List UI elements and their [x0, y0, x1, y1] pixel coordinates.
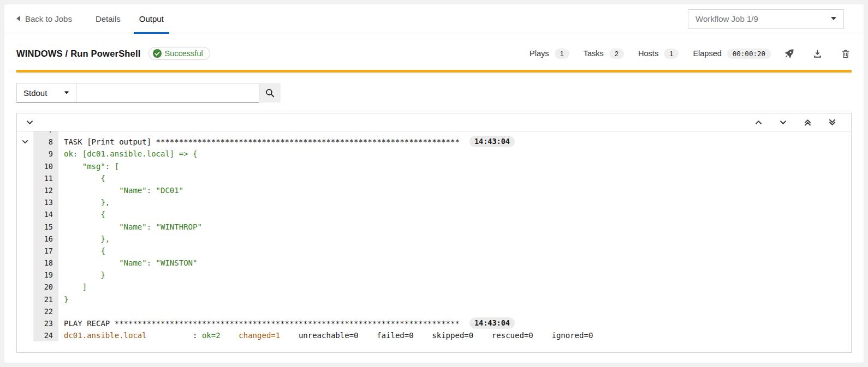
text-segment: }: [64, 270, 105, 279]
line-content: "msg": [: [58, 160, 851, 172]
line-number: 22: [33, 305, 58, 317]
stdout-filter-select[interactable]: Stdout: [16, 83, 76, 103]
line-number: 21: [33, 293, 58, 305]
line-number: 15: [33, 221, 58, 233]
scroll-controls: [754, 118, 851, 127]
stat-elapsed: Elapsed00:00:20: [693, 49, 771, 59]
output-line-7: 7: [17, 131, 851, 136]
output-line-21: 21}: [17, 293, 851, 305]
text-segment: unreachable=0 failed=0 skipped=0 rescued…: [280, 331, 593, 340]
stat-value-badge: 1: [555, 49, 569, 59]
tab-output-label: Output: [139, 14, 164, 23]
stat-label: Hosts: [638, 49, 658, 58]
delete-trash-icon[interactable]: [840, 47, 852, 60]
back-arrow-icon: [16, 16, 20, 21]
back-to-jobs-label: Back to Jobs: [25, 14, 72, 23]
line-content: },: [58, 196, 851, 208]
line-number: 7: [33, 131, 58, 136]
search-button[interactable]: [259, 83, 281, 103]
text-segment: }: [64, 295, 68, 304]
line-content: ok: [dc01.ansible.local] => {: [58, 148, 851, 160]
expand-gutter: [17, 172, 33, 184]
workflow-job-select[interactable]: Workflow Job 1/9: [688, 9, 844, 28]
stat-value-badge: 00:00:20: [727, 49, 771, 59]
line-content: "Name": "WINSTON": [58, 257, 851, 269]
tab-output[interactable]: Output: [130, 4, 173, 33]
line-number: 8: [33, 136, 58, 148]
text-segment: {: [64, 210, 105, 219]
expand-gutter: [17, 160, 33, 172]
scroll-to-top-icon[interactable]: [804, 118, 812, 127]
output-line-10: 10 "msg": [: [17, 160, 851, 172]
line-content: {: [58, 245, 851, 257]
scroll-up-icon[interactable]: [754, 118, 763, 127]
expand-gutter: [17, 329, 33, 341]
job-output-page: Back to Jobs Details Output Workflow Job…: [4, 4, 864, 363]
line-content: ]: [58, 281, 851, 293]
output-line-22: 22: [17, 305, 851, 317]
download-icon[interactable]: [811, 47, 824, 60]
back-to-jobs-link[interactable]: Back to Jobs: [16, 14, 72, 23]
text-segment: TASK [Print output] ********************…: [64, 137, 460, 146]
output-line-13: 13 },: [17, 196, 851, 208]
stat-hosts: Hosts1: [638, 49, 679, 59]
line-number: 16: [33, 233, 58, 245]
scroll-to-bottom-icon[interactable]: [828, 118, 836, 127]
chevron-down-icon: [831, 17, 836, 20]
expand-gutter: [17, 221, 33, 233]
line-content: [58, 131, 851, 136]
line-number: 18: [33, 257, 58, 269]
collapse-all-toggle[interactable]: [26, 118, 34, 127]
task-expand-toggle[interactable]: [21, 138, 29, 146]
text-segment: "Name": "WINTHROP": [64, 222, 202, 231]
text-segment: },: [64, 198, 110, 207]
output-line-11: 11 {: [17, 172, 851, 184]
output-line-14: 14 {: [17, 208, 851, 220]
line-number: 10: [33, 160, 58, 172]
tab-details[interactable]: Details: [86, 4, 130, 33]
line-content: "Name": "WINTHROP": [58, 221, 851, 233]
relaunch-rocket-icon[interactable]: [783, 47, 795, 60]
scroll-down-icon[interactable]: [779, 118, 787, 127]
chevron-down-icon: [64, 91, 69, 94]
output-line-9: 9ok: [dc01.ansible.local] => {: [17, 148, 851, 160]
stat-label: Elapsed: [693, 49, 721, 58]
line-content: }: [58, 293, 851, 305]
output-line-23: 23PLAY RECAP ***************************…: [17, 317, 851, 329]
stat-label: Plays: [530, 49, 549, 58]
expand-gutter: [17, 233, 33, 245]
line-content: PLAY RECAP *****************************…: [58, 317, 851, 329]
output-line-19: 19 }: [17, 269, 851, 281]
search-icon: [265, 88, 275, 98]
output-line-18: 18 "Name": "WINSTON": [17, 257, 851, 269]
job-header: WINDOWS / Run PowerShell Successful Play…: [4, 33, 864, 62]
search-input[interactable]: [76, 83, 259, 103]
line-number: 19: [33, 269, 58, 281]
line-content: },: [58, 233, 851, 245]
line-number: 14: [33, 208, 58, 220]
job-actions: [783, 47, 852, 60]
line-content: TASK [Print output] ********************…: [58, 136, 851, 148]
stdout-panel-toolbar: [17, 113, 851, 131]
stat-plays: Plays1: [530, 49, 569, 59]
text-segment: dc01.ansible.local: [64, 331, 147, 340]
text-segment: :: [147, 331, 202, 340]
output-line-17: 17 {: [17, 245, 851, 257]
check-circle-icon: [153, 49, 162, 58]
expand-gutter: [17, 269, 33, 281]
expand-gutter: [17, 148, 33, 160]
job-stats: Plays1Tasks2Hosts1Elapsed00:00:20: [530, 49, 771, 59]
text-segment: ok=2: [202, 331, 221, 340]
line-number: 20: [33, 281, 58, 293]
stdout-viewport[interactable]: 78TASK [Print output] ******************…: [17, 131, 851, 352]
text-segment: "Name": "DC01": [64, 186, 183, 195]
output-line-24: 24dc01.ansible.local : ok=2 changed=1 un…: [17, 329, 851, 341]
text-segment: {: [64, 174, 105, 183]
text-segment: "Name": "WINSTON": [64, 258, 197, 267]
timestamp-badge: 14:43:04: [469, 317, 515, 329]
expand-gutter: [17, 245, 33, 257]
line-number: 12: [33, 184, 58, 196]
line-number: 11: [33, 172, 58, 184]
output-line-15: 15 "Name": "WINTHROP": [17, 221, 851, 233]
output-line-16: 16 },: [17, 233, 851, 245]
